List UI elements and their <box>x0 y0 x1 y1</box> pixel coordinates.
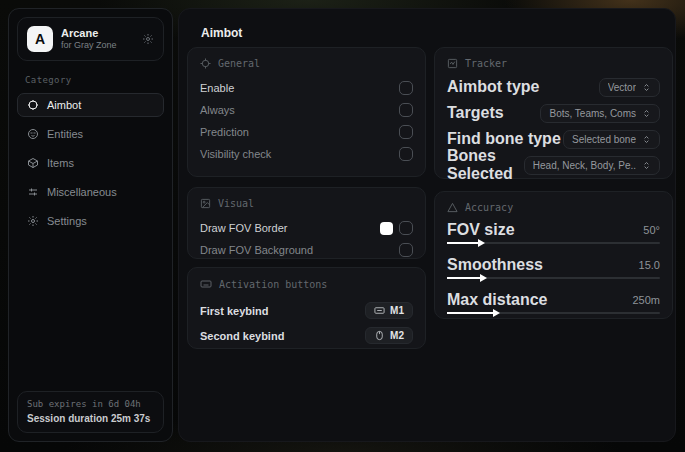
smoothness-group: Smoothness 15.0 <box>447 256 660 282</box>
triangle-icon <box>447 202 458 213</box>
sidebar-item-settings[interactable]: Settings <box>17 209 164 233</box>
aimbot-type-value: Vector <box>608 82 636 93</box>
enable-label: Enable <box>200 82 234 94</box>
app-header: A Arcane for Gray Zone <box>17 17 164 61</box>
smoothness-value: 15.0 <box>639 259 660 271</box>
visibility-check-label: Visibility check <box>200 148 271 160</box>
sidebar-item-entities[interactable]: Entities <box>17 122 164 146</box>
targets-row: Targets Bots, Teams, Coms <box>447 103 660 123</box>
mouse-icon <box>374 330 385 341</box>
chevrons-up-down-icon <box>642 109 651 118</box>
targets-label: Targets <box>447 104 504 122</box>
fov-size-label: FOV size <box>447 221 515 239</box>
package-icon <box>26 157 39 169</box>
chevrons-up-down-icon <box>642 83 651 92</box>
smoothness-slider[interactable] <box>447 274 660 282</box>
max-distance-slider[interactable] <box>447 309 660 317</box>
gear-icon <box>26 215 39 227</box>
prediction-checkbox[interactable] <box>399 125 413 139</box>
enable-row: Enable <box>200 77 413 99</box>
app-name: Arcane <box>61 27 134 41</box>
visual-card: Visual Draw FOV Border Draw FOV Backgrou… <box>187 187 426 259</box>
crosshair-icon <box>200 58 211 69</box>
find-bone-type-row: Find bone type Selected bone <box>447 129 660 149</box>
draw-fov-background-checkbox[interactable] <box>399 243 413 257</box>
second-keybind-value: M2 <box>390 330 404 341</box>
targets-select[interactable]: Bots, Teams, Coms <box>540 104 660 123</box>
app-subtitle: for Gray Zone <box>61 40 134 51</box>
find-bone-type-select[interactable]: Selected bone <box>563 130 660 149</box>
subscription-info: Sub expires in 6d 04h Session duration 2… <box>17 391 164 434</box>
tracker-card: Tracker Aimbot type Vector Targets Bots,… <box>434 47 673 179</box>
sub-expires-text: Sub expires in 6d 04h <box>27 398 154 412</box>
find-bone-type-label: Find bone type <box>447 130 561 148</box>
sliders-icon <box>26 186 39 198</box>
visibility-check-checkbox[interactable] <box>399 147 413 161</box>
bones-selected-value: Head, Neck, Body, Pe.. <box>533 160 636 171</box>
entities-icon <box>26 128 39 140</box>
aimbot-type-row: Aimbot type Vector <box>447 77 660 97</box>
sidebar-item-aimbot[interactable]: Aimbot <box>17 93 164 117</box>
sidebar: A Arcane for Gray Zone Category Aimbot E… <box>8 8 173 442</box>
first-keybind-label: First keybind <box>200 305 268 317</box>
enable-checkbox[interactable] <box>399 81 413 95</box>
fov-size-group: FOV size 50° <box>447 221 660 247</box>
bones-selected-select[interactable]: Head, Neck, Body, Pe.. <box>524 156 660 175</box>
draw-fov-background-row: Draw FOV Background <box>200 239 413 261</box>
first-keybind-button[interactable]: M1 <box>365 302 413 319</box>
bones-selected-label: Bones Selected <box>447 147 524 183</box>
first-keybind-row: First keybind M1 <box>200 298 413 323</box>
crosshair-icon <box>26 99 39 111</box>
second-keybind-row: Second keybind M2 <box>200 323 413 348</box>
sidebar-item-label: Items <box>47 157 74 169</box>
visibility-check-row: Visibility check <box>200 143 413 165</box>
draw-fov-border-checkbox[interactable] <box>399 221 413 235</box>
max-distance-value: 250m <box>632 294 660 306</box>
always-checkbox[interactable] <box>399 103 413 117</box>
activation-buttons-card: Activation buttons First keybind M1 Seco… <box>187 267 426 349</box>
always-label: Always <box>200 104 235 116</box>
activation-header: Activation buttons <box>219 279 327 290</box>
targets-value: Bots, Teams, Coms <box>549 108 636 119</box>
fov-border-color-swatch[interactable] <box>380 222 393 235</box>
accuracy-header: Accuracy <box>465 202 513 213</box>
general-header: General <box>218 58 260 69</box>
category-label: Category <box>9 69 172 93</box>
first-keybind-value: M1 <box>390 305 404 316</box>
always-row: Always <box>200 99 413 121</box>
keyboard-icon <box>374 305 385 316</box>
settings-gear-icon[interactable] <box>142 33 154 45</box>
page-title: Aimbot <box>201 26 242 40</box>
max-distance-label: Max distance <box>447 291 547 309</box>
general-card: General Enable Always Prediction Visibil… <box>187 47 426 177</box>
image-icon <box>200 198 211 209</box>
sidebar-item-label: Aimbot <box>47 99 81 111</box>
smoothness-label: Smoothness <box>447 256 543 274</box>
fov-size-slider[interactable] <box>447 239 660 247</box>
prediction-label: Prediction <box>200 126 249 138</box>
sidebar-nav: Aimbot Entities Items Miscellaneous Sett… <box>9 93 172 233</box>
session-duration-text: Session duration 25m 37s <box>27 411 154 426</box>
find-bone-type-value: Selected bone <box>572 134 636 145</box>
aimbot-type-label: Aimbot type <box>447 78 539 96</box>
draw-fov-border-row: Draw FOV Border <box>200 217 413 239</box>
fov-size-value: 50° <box>643 224 660 236</box>
second-keybind-button[interactable]: M2 <box>365 327 413 344</box>
sidebar-item-miscellaneous[interactable]: Miscellaneous <box>17 180 164 204</box>
app-logo: A <box>27 26 53 52</box>
chevrons-up-down-icon <box>642 135 651 144</box>
chevrons-up-down-icon <box>642 161 651 170</box>
keyboard-icon <box>200 278 212 290</box>
sidebar-item-items[interactable]: Items <box>17 151 164 175</box>
accuracy-card: Accuracy FOV size 50° Smoothness 15.0 Ma… <box>434 191 673 319</box>
visual-header: Visual <box>218 198 254 209</box>
prediction-row: Prediction <box>200 121 413 143</box>
sidebar-item-label: Miscellaneous <box>47 186 117 198</box>
tracker-header: Tracker <box>465 58 507 69</box>
aimbot-type-select[interactable]: Vector <box>599 78 660 97</box>
draw-fov-border-label: Draw FOV Border <box>200 222 287 234</box>
max-distance-group: Max distance 250m <box>447 291 660 317</box>
bones-selected-row: Bones Selected Head, Neck, Body, Pe.. <box>447 155 660 175</box>
second-keybind-label: Second keybind <box>200 330 284 342</box>
draw-fov-background-label: Draw FOV Background <box>200 244 313 256</box>
